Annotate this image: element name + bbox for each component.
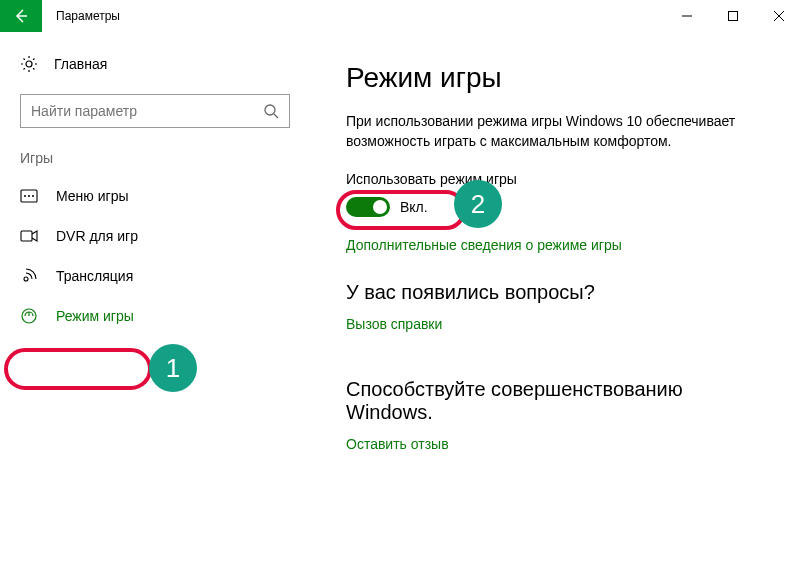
svg-point-8 — [28, 195, 30, 197]
page-description: При использовании режима игры Windows 10… — [346, 112, 762, 151]
game-bar-icon — [20, 188, 38, 204]
svg-rect-2 — [729, 11, 738, 20]
sidebar-section-label: Игры — [0, 150, 310, 166]
sidebar-item-dvr[interactable]: DVR для игр — [0, 216, 310, 256]
svg-line-5 — [274, 114, 278, 118]
sidebar-item-game-mode[interactable]: Режим игры — [0, 296, 310, 336]
game-mode-icon — [20, 308, 38, 324]
svg-point-11 — [24, 277, 28, 281]
sidebar: Главная Игры Меню игры DVR для игр — [0, 32, 310, 588]
window-controls — [664, 0, 802, 32]
gear-icon — [20, 56, 38, 72]
maximize-icon — [728, 11, 738, 21]
sidebar-item-label: Трансляция — [56, 268, 133, 284]
close-icon — [774, 11, 784, 21]
sidebar-item-label: Режим игры — [56, 308, 134, 324]
sidebar-home-label: Главная — [54, 56, 107, 72]
back-button[interactable] — [0, 0, 42, 32]
svg-point-4 — [265, 105, 275, 115]
help-link[interactable]: Вызов справки — [346, 316, 442, 332]
search-input[interactable] — [20, 94, 290, 128]
dvr-icon — [20, 228, 38, 244]
sidebar-item-label: Меню игры — [56, 188, 129, 204]
search-field[interactable] — [31, 103, 263, 119]
sidebar-item-broadcast[interactable]: Трансляция — [0, 256, 310, 296]
toggle-knob — [373, 200, 387, 214]
broadcast-icon — [20, 268, 38, 284]
toggle-label: Использовать режим игры — [346, 171, 762, 187]
maximize-button[interactable] — [710, 0, 756, 32]
titlebar: Параметры — [0, 0, 802, 32]
svg-rect-10 — [21, 231, 32, 241]
svg-point-7 — [24, 195, 26, 197]
more-info-link[interactable]: Дополнительные сведения о режиме игры — [346, 237, 622, 253]
feedback-link[interactable]: Оставить отзыв — [346, 436, 449, 452]
content-pane: Режим игры При использовании режима игры… — [310, 32, 802, 588]
toggle-state-text: Вкл. — [400, 199, 428, 215]
page-title: Режим игры — [346, 62, 762, 94]
arrow-left-icon — [13, 8, 29, 24]
search-icon — [263, 103, 279, 119]
svg-point-3 — [26, 61, 32, 67]
minimize-button[interactable] — [664, 0, 710, 32]
minimize-icon — [682, 11, 692, 21]
sidebar-home[interactable]: Главная — [0, 48, 310, 80]
svg-point-9 — [32, 195, 34, 197]
sidebar-item-label: DVR для игр — [56, 228, 138, 244]
help-heading: У вас появились вопросы? — [346, 281, 762, 304]
window-title: Параметры — [56, 9, 120, 23]
close-button[interactable] — [756, 0, 802, 32]
sidebar-item-game-bar[interactable]: Меню игры — [0, 176, 310, 216]
game-mode-toggle[interactable] — [346, 197, 390, 217]
feedback-heading: Способствуйте совершенствованию Windows. — [346, 378, 762, 424]
